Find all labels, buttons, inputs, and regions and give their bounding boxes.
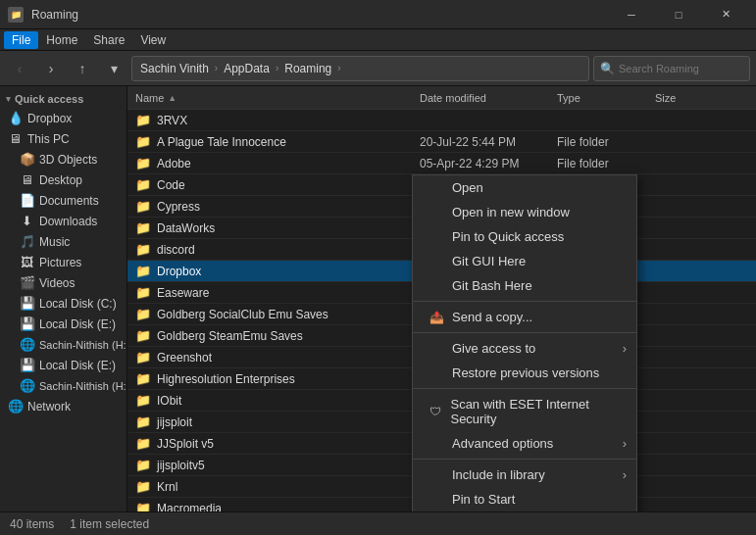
sidebar-item-videos[interactable]: 🎬 Videos — [0, 272, 126, 293]
col-header-size[interactable]: Size — [647, 92, 726, 104]
ctx-git-bash[interactable]: Git Bash Here — [413, 273, 636, 298]
sidebar-label-thispc: This PC — [27, 132, 70, 146]
search-box[interactable]: 🔍 Search Roaming — [593, 56, 750, 81]
ctx-pin-start[interactable]: Pin to Start — [413, 487, 636, 511]
col-header-name[interactable]: Name ▲ — [127, 92, 412, 104]
folder-icon: 📁 — [135, 242, 151, 257]
sidebar-label-network: Network — [27, 400, 71, 413]
menu-file[interactable]: File — [4, 31, 38, 49]
file-row[interactable]: 📁A Plague Tale Innocence 20-Jul-22 5:44 … — [127, 131, 756, 153]
sidebar-item-diske[interactable]: 💾 Local Disk (E:) — [0, 314, 126, 334]
3d-icon: 📦 — [20, 152, 33, 167]
context-menu: Open Open in new window Pin to Quick acc… — [412, 174, 637, 511]
ctx-advanced-label: Advanced options — [452, 436, 553, 451]
title-bar-icons: 📁 — [8, 7, 24, 23]
item-count: 40 items — [10, 517, 54, 531]
downloads-icon: ⬇ — [20, 214, 33, 228]
ctx-scan-label: Scan with ESET Internet Security — [450, 397, 621, 426]
ctx-git-gui[interactable]: Git GUI Here — [413, 249, 636, 273]
dropbox-icon: 💧 — [8, 111, 22, 125]
toolbar: ‹ › ↑ ▾ Sachin Vinith › AppData › Roamin… — [0, 51, 756, 86]
ctx-give-access[interactable]: Give access to — [413, 336, 636, 361]
expand-icon: ▾ — [6, 94, 11, 104]
close-button[interactable]: ✕ — [703, 0, 748, 29]
network-h-icon: 🌐 — [20, 337, 33, 352]
file-row[interactable]: 📁3RVX — [127, 110, 756, 131]
search-placeholder: Search Roaming — [619, 63, 699, 74]
sidebar-item-sachin-h[interactable]: 🌐 Sachin-Nithish (H:) — [0, 334, 126, 355]
ctx-open[interactable]: Open — [413, 175, 636, 200]
disk-e2-icon: 💾 — [20, 358, 33, 372]
scan-icon: 🛡 — [428, 405, 442, 418]
sidebar-label-diskc: Local Disk (C:) — [39, 297, 117, 311]
back-button[interactable]: ‹ — [6, 55, 33, 82]
pictures-icon: 🖼 — [20, 255, 33, 269]
ctx-send-copy[interactable]: 📤 Send a copy... — [413, 305, 636, 329]
crumb-sachin[interactable]: Sachin Vinith — [140, 62, 209, 75]
sidebar-item-sachin-h2[interactable]: 🌐 Sachin-Nithish (H:) — [0, 375, 126, 396]
folder-icon: 📁 — [135, 371, 151, 386]
disk-e-icon: 💾 — [20, 316, 33, 331]
folder-icon: 📁 — [135, 134, 151, 149]
network-icon: 🌐 — [8, 399, 22, 413]
sidebar-item-thispc[interactable]: 🖥 This PC — [0, 128, 126, 149]
up-button[interactable]: ↑ — [69, 55, 96, 82]
sidebar-item-3dobjects[interactable]: 📦 3D Objects — [0, 149, 126, 170]
sidebar-item-documents[interactable]: 📄 Documents — [0, 190, 126, 211]
menu-home[interactable]: Home — [38, 31, 85, 49]
address-bar[interactable]: Sachin Vinith › AppData › Roaming › — [131, 56, 589, 81]
ctx-sep-2 — [413, 332, 636, 333]
ctx-give-access-label: Give access to — [452, 341, 535, 356]
file-row[interactable]: 📁Adobe 05-Apr-22 4:29 PM File folder — [127, 153, 756, 174]
crumb-roaming[interactable]: Roaming — [284, 62, 331, 75]
folder-icon: 📁 — [135, 436, 151, 451]
sidebar: ▾ Quick access 💧 Dropbox 🖥 This PC 📦 3D … — [0, 86, 127, 511]
ctx-sep-4 — [413, 459, 636, 460]
folder-icon: 📁 — [135, 501, 151, 511]
folder-icon: 📁 — [135, 156, 151, 170]
sidebar-label-diske: Local Disk (E:) — [39, 317, 116, 331]
sidebar-label-videos: Videos — [39, 276, 75, 290]
ctx-pin-start-label: Pin to Start — [452, 492, 515, 507]
col-header-date[interactable]: Date modified — [412, 92, 549, 104]
sidebar-item-music[interactable]: 🎵 Music — [0, 231, 126, 252]
sidebar-item-pictures[interactable]: 🖼 Pictures — [0, 252, 126, 272]
ctx-pin-label: Pin to Quick access — [452, 229, 564, 244]
ctx-pin-quick[interactable]: Pin to Quick access — [413, 224, 636, 249]
quick-access-header[interactable]: ▾ Quick access — [0, 90, 126, 108]
ctx-include-lib[interactable]: Include in library — [413, 462, 636, 487]
menu-view[interactable]: View — [132, 31, 174, 49]
sidebar-item-downloads[interactable]: ⬇ Downloads — [0, 211, 126, 231]
ctx-open-new-window[interactable]: Open in new window — [413, 200, 636, 224]
col-header-type[interactable]: Type — [549, 92, 647, 104]
file-header: Name ▲ Date modified Type Size — [127, 86, 756, 110]
folder-icon: 📁 — [135, 199, 151, 214]
sidebar-label-diske2: Local Disk (E:) — [39, 359, 116, 372]
ctx-restore-prev[interactable]: Restore previous versions — [413, 361, 636, 385]
folder-icon: 📁 — [135, 393, 151, 408]
menu-share[interactable]: Share — [85, 31, 132, 49]
ctx-open-label: Open — [452, 180, 483, 195]
sidebar-item-desktop[interactable]: 🖥 Desktop — [0, 170, 126, 190]
videos-icon: 🎬 — [20, 275, 33, 290]
pc-icon: 🖥 — [8, 131, 22, 146]
minimize-button[interactable]: ─ — [609, 0, 654, 29]
folder-icon: 📁 — [135, 307, 151, 321]
ctx-sep-3 — [413, 388, 636, 389]
ctx-advanced[interactable]: Advanced options — [413, 431, 636, 456]
recent-button[interactable]: ▾ — [100, 55, 127, 82]
sort-arrow: ▲ — [168, 93, 176, 103]
sidebar-item-diske2[interactable]: 💾 Local Disk (E:) — [0, 355, 126, 375]
forward-button[interactable]: › — [37, 55, 65, 82]
maximize-button[interactable]: □ — [656, 0, 701, 29]
sidebar-label-documents: Documents — [39, 194, 99, 208]
music-icon: 🎵 — [20, 234, 33, 249]
ctx-scan-eset[interactable]: 🛡 Scan with ESET Internet Security — [413, 392, 636, 431]
sidebar-item-network[interactable]: 🌐 Network — [0, 396, 126, 416]
sidebar-item-diskc[interactable]: 💾 Local Disk (C:) — [0, 293, 126, 314]
crumb-appdata[interactable]: AppData — [224, 62, 270, 75]
main-layout: ▾ Quick access 💧 Dropbox 🖥 This PC 📦 3D … — [0, 86, 756, 511]
sidebar-item-dropbox[interactable]: 💧 Dropbox — [0, 108, 126, 128]
quick-access-label: Quick access — [15, 93, 83, 105]
folder-icon: 📁 — [135, 479, 151, 494]
